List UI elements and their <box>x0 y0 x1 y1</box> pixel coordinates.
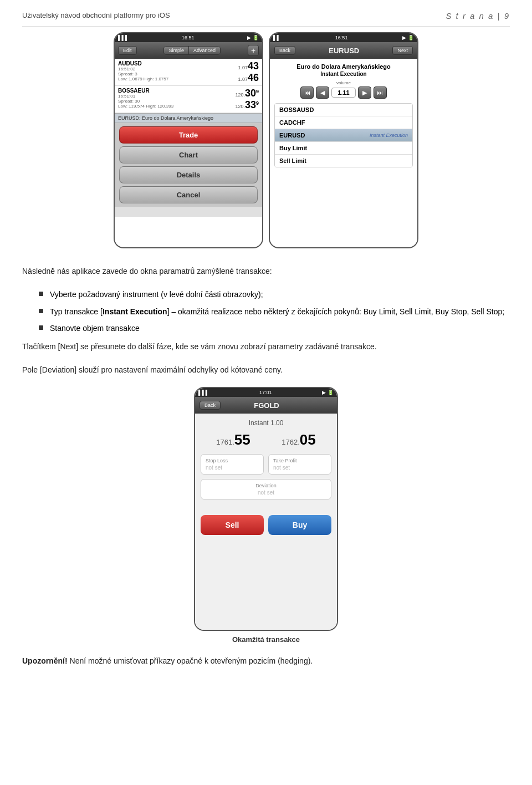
page-header: Uživatelský návod obchodní platformy pro… <box>22 11 510 21</box>
next-button[interactable]: Next <box>392 46 413 55</box>
fgold-caption: Okamžitá transakce <box>232 635 300 644</box>
nav-title: EURUSD <box>329 47 359 55</box>
fgold-title: FGOLD <box>254 401 279 410</box>
instr-buylimit[interactable]: Buy Limit <box>275 142 412 155</box>
page-number: S t r a n a | 9 <box>446 11 510 21</box>
bullet-dot-3 <box>39 325 43 330</box>
blur-strip <box>115 207 262 217</box>
audusd-row[interactable]: AUDUSD 16:51:02 Spread: 3 Low: 1.0679 Hi… <box>115 59 262 86</box>
bullet-dot-2 <box>39 309 43 313</box>
fgold-screen: ▌▌▌ 17:01 ▶ 🔋 Back FGOLD Instant 1.00 17… <box>195 388 337 630</box>
audusd-spread: Spread: 3 <box>118 72 168 77</box>
right-nav-bar: Back EURUSD Next <box>270 42 417 59</box>
chart-button[interactable]: Chart <box>119 146 258 164</box>
quote-list: AUDUSD 16:51:02 Spread: 3 Low: 1.0679 Hi… <box>115 59 262 247</box>
cancel-button[interactable]: Cancel <box>119 186 258 203</box>
vol-prev-btn[interactable]: ◀ <box>316 86 329 99</box>
fgold-ask: 1762.05 <box>282 431 315 448</box>
fgold-takeprofit-value: not set <box>273 465 326 471</box>
fgold-sl-tp-row: Stop Loss not set Take Profit not set <box>201 454 331 475</box>
second-screenshot: ▌▌▌ 17:01 ▶ 🔋 Back FGOLD Instant 1.00 17… <box>22 387 510 644</box>
instrument-bar: EURUSD: Euro do Dolara Amerykańskiego <box>115 113 262 123</box>
instr-eurusd[interactable]: EURUSD Instant Execution <box>275 129 412 142</box>
fgold-sell-button[interactable]: Sell <box>201 515 264 535</box>
simple-advanced-seg: Simple Advanced <box>163 46 221 55</box>
audusd-bid: 1.0743 <box>238 60 259 72</box>
right-content: Euro do Dolara Amerykańskiego Instant Ex… <box>270 59 417 247</box>
volume-value: 1.11 <box>331 88 355 98</box>
fgold-nav: Back FGOLD <box>195 397 337 414</box>
details-button[interactable]: Details <box>119 166 258 183</box>
left-time: 16:51 <box>182 35 195 40</box>
fgold-takeprofit-label: Take Profit <box>273 458 326 463</box>
instr-bossausd[interactable]: BOSSAUSD <box>275 104 412 116</box>
bossaeur-row[interactable]: BOSSAEUR 16:51:01 Spread: 30 Low: 119.57… <box>115 86 262 113</box>
instrument-title: Euro do Dolara Amerykańskiego <box>274 63 413 70</box>
edit-button[interactable]: Edit <box>118 46 137 55</box>
bullet-item-3: Stanovte objem transakce <box>39 322 510 334</box>
advanced-tab[interactable]: Advanced <box>189 47 220 54</box>
intro-text: Následně nás aplikace zavede do okna par… <box>22 267 272 276</box>
bullet-text-2: Typ transakce [Instant Execution] – okam… <box>50 305 504 318</box>
fgold-time: 17:01 <box>259 390 272 395</box>
right-screen: ▌▌ 16:51 ▶ 🔋 Back EURUSD Next Euro do Do… <box>270 33 417 247</box>
instrument-type: Instant Execution <box>274 71 413 77</box>
fgold-back-button[interactable]: Back <box>200 401 221 410</box>
warning-text: Upozornění! Není možné umisťovat příkazy… <box>22 655 510 667</box>
fgold-status-bar: ▌▌▌ 17:01 ▶ 🔋 <box>195 388 337 397</box>
fgold-takeprofit-field[interactable]: Take Profit not set <box>268 454 331 475</box>
fgold-stoploss-field[interactable]: Stop Loss not set <box>201 454 264 475</box>
fgold-signal: ▌▌▌ <box>198 390 209 395</box>
bullet-list: Vyberte požadovaný instrument (v levé do… <box>39 288 510 334</box>
vol-rewind-btn[interactable]: ⏮ <box>300 86 314 99</box>
fgold-action-row: Sell Buy <box>201 504 331 535</box>
bullet-item-2: Typ transakce [Instant Execution] – okam… <box>39 305 510 318</box>
left-signal: ▌▌▌ <box>118 35 129 40</box>
fgold-bid-prefix: 1761. <box>216 438 234 446</box>
warning-content: Není možné umisťovat příkazy opačné k ot… <box>68 656 313 665</box>
fgold-deviation-value: not set <box>206 490 326 496</box>
bossaeur-time: 16:51:01 <box>118 94 173 99</box>
volume-control: ⏮ ◀ 1.11 ▶ ⏭ <box>274 86 413 99</box>
vol-forward-btn[interactable]: ⏭ <box>374 86 387 99</box>
fgold-stoploss-value: not set <box>206 465 259 471</box>
bossaeur-ask: 120.339 <box>235 99 259 111</box>
left-status-bar: ▌▌▌ 16:51 ▶ 🔋 <box>115 33 262 42</box>
bullet-dot-1 <box>39 292 43 296</box>
action-buttons: Trade Chart Details Cancel <box>115 123 262 207</box>
iphone-right-mockup: ▌▌ 16:51 ▶ 🔋 Back EURUSD Next Euro do Do… <box>269 32 418 248</box>
bossaeur-lowhigh: Low: 119.574 High: 120.393 <box>118 104 173 109</box>
left-screen: ▌▌▌ 16:51 ▶ 🔋 Edit Simple Advanced + AUD <box>115 33 262 247</box>
next-text-content: Tlačítkem [Next] se přesunete do další f… <box>22 342 377 351</box>
fgold-buy-button[interactable]: Buy <box>268 515 331 535</box>
fgold-deviation-field[interactable]: Deviation not set <box>201 479 331 499</box>
simple-tab[interactable]: Simple <box>164 47 189 54</box>
right-battery: ▶ 🔋 <box>402 35 414 40</box>
add-button[interactable]: + <box>248 45 259 56</box>
audusd-time: 16:51:02 <box>118 67 168 72</box>
screenshots-row: ▌▌▌ 16:51 ▶ 🔋 Edit Simple Advanced + AUD <box>22 32 510 248</box>
fgold-instant-label: Instant 1.00 <box>201 419 331 427</box>
fgold-ask-prefix: 1762. <box>282 438 300 446</box>
back-button[interactable]: Back <box>274 46 295 55</box>
instruments-list: BOSSAUSD CADCHF EURUSD Instant Execution… <box>274 103 413 167</box>
bossaeur-symbol: BOSSAEUR <box>118 88 173 94</box>
body-intro: Následně nás aplikace zavede do okna par… <box>22 265 510 277</box>
instr-selllimit[interactable]: Sell Limit <box>275 155 412 167</box>
fgold-stoploss-label: Stop Loss <box>206 458 259 463</box>
fgold-ask-big: 05 <box>300 431 316 448</box>
fgold-bid-big: 55 <box>234 431 250 448</box>
warning-bold: Upozornění! <box>22 656 68 665</box>
trade-button[interactable]: Trade <box>119 126 258 144</box>
fgold-battery: ▶ 🔋 <box>322 390 334 395</box>
volume-label: volume <box>274 80 413 85</box>
vol-next-btn[interactable]: ▶ <box>358 86 371 99</box>
iphone-left-mockup: ▌▌▌ 16:51 ▶ 🔋 Edit Simple Advanced + AUD <box>114 32 263 248</box>
instr-cadchf[interactable]: CADCHF <box>275 116 412 129</box>
fgold-prices: 1761.55 1762.05 <box>201 431 331 448</box>
right-time: 16:51 <box>335 35 348 40</box>
right-status-bar: ▌▌ 16:51 ▶ 🔋 <box>270 33 417 42</box>
bullet-text-3: Stanovte objem transakce <box>50 322 140 334</box>
next-text: Tlačítkem [Next] se přesunete do další f… <box>22 340 510 353</box>
page-subtitle: Uživatelský návod obchodní platformy pro… <box>22 11 170 19</box>
